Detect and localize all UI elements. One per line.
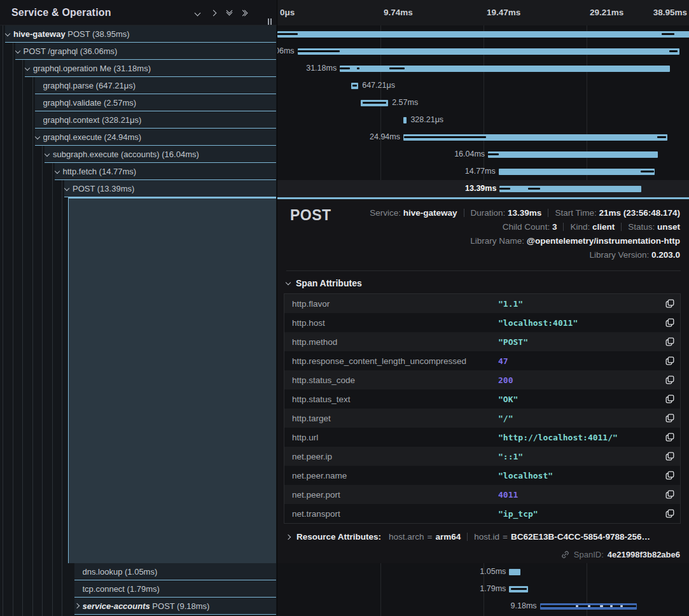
- column-resize-handle[interactable]: [268, 16, 275, 23]
- span-bar[interactable]: [488, 151, 658, 158]
- overview-line: Service: hive-gatewayDuration: 13.39msSt…: [370, 206, 680, 220]
- copy-icon[interactable]: [665, 298, 675, 309]
- child-span-marker: [298, 50, 340, 52]
- collapse-all-icon-glyph: [227, 11, 232, 15]
- overview-field-label: Library Name:: [470, 236, 527, 246]
- timeline-row: 2.57ms: [277, 94, 689, 111]
- expand-one-icon-glyph: [210, 10, 216, 16]
- span-bar[interactable]: [509, 569, 520, 575]
- span-tree-row[interactable]: POST /graphql (36.06ms): [15, 43, 277, 60]
- service-name: hive-gateway: [13, 29, 66, 39]
- chevron-right-icon[interactable]: [74, 604, 83, 608]
- copy-icon[interactable]: [665, 451, 675, 461]
- attribute-key: net.peer.name: [284, 471, 347, 480]
- span-tree-header: Service & Operation: [0, 0, 277, 25]
- chevron-down-icon[interactable]: [5, 32, 13, 36]
- expand-all-icon[interactable]: [239, 6, 251, 19]
- span-duration-label: 9.18ms: [511, 598, 537, 615]
- link-icon: [560, 550, 570, 559]
- resource-attributes-row[interactable]: Resource Attributes: host.arch=arm64host…: [286, 532, 650, 542]
- chevron-down-icon[interactable]: [25, 66, 33, 70]
- span-duration-label: 647.21μs: [362, 77, 395, 94]
- span-bar[interactable]: [499, 186, 641, 192]
- timeline-row: 36.06ms: [277, 43, 689, 60]
- overview-field-value: unset: [657, 222, 680, 232]
- overview-field-value: 21ms (23:56:48.174): [599, 208, 680, 218]
- indent-guide: [32, 25, 33, 616]
- child-span-marker: [488, 153, 499, 155]
- span-tree-row[interactable]: POST (13.39ms): [64, 180, 276, 197]
- overview-field-label: Duration:: [471, 208, 508, 218]
- overview-field-label: Kind:: [570, 222, 592, 232]
- attribute-value: "localhost": [498, 471, 553, 480]
- span-tree-row[interactable]: hive-gateway POST (38.95ms): [5, 25, 276, 43]
- chevron-down-icon[interactable]: [64, 186, 73, 190]
- span-tree-row[interactable]: graphql.validate (2.57ms): [35, 94, 277, 111]
- copy-icon[interactable]: [665, 375, 675, 385]
- span-name-label: graphql.parse (647.21μs): [43, 81, 136, 90]
- attribute-row: net.peer.ip"::1": [284, 447, 680, 466]
- ruler-tick-label: 0μs: [280, 0, 295, 25]
- span-bar[interactable]: [499, 169, 655, 175]
- span-tree-row[interactable]: tcp.connect (1.79ms): [74, 580, 277, 598]
- copy-icon[interactable]: [665, 394, 675, 404]
- span-tree-row[interactable]: service-accounts POST (9.18ms): [74, 598, 277, 615]
- chevron-down-icon[interactable]: [45, 152, 53, 156]
- chevron-down-icon[interactable]: [35, 135, 43, 139]
- attribute-key: http.target: [284, 414, 331, 423]
- ruler-tick-label: 29.21ms: [590, 0, 623, 25]
- span-tree-row[interactable]: http.fetch (14.77ms): [55, 163, 277, 180]
- span-tree-row[interactable]: graphql.operation Me (31.18ms): [25, 60, 276, 77]
- copy-icon[interactable]: [665, 470, 675, 480]
- child-span-marker: [357, 67, 359, 69]
- span-bar[interactable]: [277, 31, 689, 38]
- attribute-value: 200: [498, 375, 513, 385]
- span-tree-row[interactable]: subgraph.execute (accounts) (16.04ms): [45, 146, 276, 163]
- separator: [621, 223, 622, 231]
- resource-value: BC62E13B-C4CC-5854-9788-256…: [511, 532, 650, 542]
- timeline-ruler[interactable]: 0μs9.74ms19.47ms29.21ms38.95ms: [277, 0, 689, 25]
- attribute-value: "localhost:4011": [498, 318, 578, 328]
- copy-icon[interactable]: [665, 489, 675, 500]
- attribute-value: "/": [498, 414, 513, 423]
- copy-icon[interactable]: [665, 432, 675, 442]
- timeline-row: 9.18ms: [277, 598, 689, 615]
- timeline-row: 647.21μs: [277, 77, 689, 94]
- span-tree-row[interactable]: dns.lookup (1.05ms): [74, 563, 277, 580]
- timeline-row: 31.18ms: [277, 60, 689, 77]
- child-span-marker: [389, 67, 404, 69]
- copy-icon[interactable]: [665, 356, 675, 366]
- span-tree-row[interactable]: graphql.parse (647.21μs): [35, 77, 277, 94]
- attribute-key: http.response_content_length_uncompresse…: [284, 356, 466, 366]
- copy-icon[interactable]: [665, 508, 675, 519]
- child-span-marker: [528, 188, 539, 190]
- expand-one-icon[interactable]: [207, 6, 219, 19]
- span-duration-label: 14.77ms: [465, 163, 496, 180]
- collapse-all-icon[interactable]: [223, 6, 235, 19]
- copy-icon[interactable]: [665, 413, 675, 423]
- service-name: service-accounts: [83, 601, 150, 611]
- overview-field-value: 3: [552, 222, 557, 232]
- collapse-one-icon[interactable]: [191, 6, 204, 19]
- span-duration-label: 36.06ms: [277, 43, 295, 60]
- chevron-down-icon[interactable]: [55, 169, 63, 173]
- span-id-row: SpanID: 4e21998f3b82abe6: [560, 550, 680, 559]
- timeline-row: 14.77ms: [277, 163, 689, 180]
- attribute-row: http.status_text"OK": [284, 389, 680, 409]
- attribute-row: http.response_content_length_uncompresse…: [284, 351, 680, 370]
- attribute-key: http.status_text: [284, 395, 351, 404]
- span-tree-row[interactable]: graphql.execute (24.94ms): [35, 129, 277, 146]
- chevron-right-icon: [286, 534, 291, 539]
- copy-icon[interactable]: [665, 318, 675, 328]
- span-name-label: dns.lookup (1.05ms): [83, 567, 158, 577]
- copy-icon[interactable]: [665, 337, 675, 347]
- timeline-row: 16.04ms: [277, 146, 689, 163]
- span-id-label: SpanID:: [574, 550, 604, 559]
- span-attributes-header[interactable]: Span Attributes: [286, 278, 362, 288]
- span-bar[interactable]: [403, 117, 407, 123]
- timeline-row: 1.05ms: [277, 563, 689, 580]
- span-bar[interactable]: [298, 48, 679, 55]
- span-tree-row[interactable]: graphql.context (328.21μs): [35, 111, 277, 129]
- chevron-down-icon[interactable]: [15, 49, 24, 53]
- ruler-tick-label: 19.47ms: [487, 0, 520, 25]
